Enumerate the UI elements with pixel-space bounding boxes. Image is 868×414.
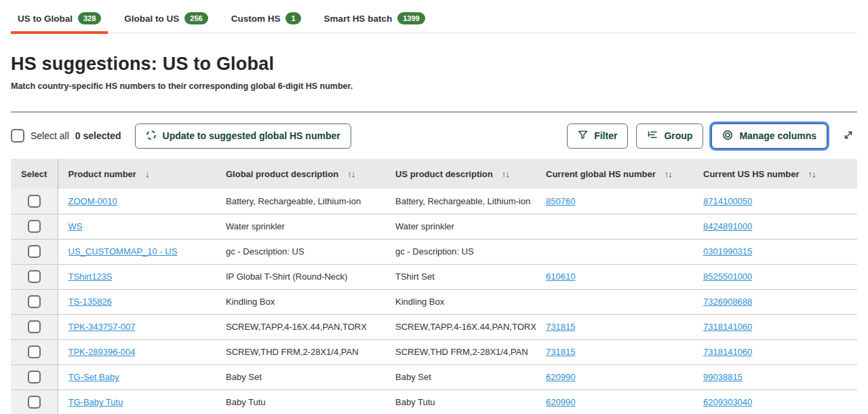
- group-button[interactable]: Group: [636, 124, 703, 149]
- update-global-hs-button[interactable]: Update to suggested global HS number: [135, 124, 351, 149]
- row-checkbox[interactable]: [28, 220, 41, 233]
- product-number-link[interactable]: TS-135826: [68, 297, 112, 307]
- row-checkbox[interactable]: [28, 396, 41, 409]
- tab-global-to-us[interactable]: Global to US 256: [117, 8, 214, 33]
- funnel-icon: [578, 130, 588, 142]
- current-global-hs-link[interactable]: 610610: [546, 271, 575, 282]
- current-us-hs-link[interactable]: 8525501000: [703, 271, 752, 282]
- global-product-description-cell: IP Global T-Shirt (Round-Neck): [216, 264, 385, 289]
- group-button-label: Group: [664, 130, 692, 141]
- manage-columns-label: Manage columns: [739, 130, 816, 141]
- selected-count: 0 selected: [75, 130, 121, 141]
- current-global-hs-link[interactable]: 731815: [546, 347, 575, 357]
- row-checkbox[interactable]: [28, 195, 41, 208]
- row-checkbox[interactable]: [28, 295, 41, 308]
- column-header-select: Select: [11, 159, 58, 189]
- product-number-link[interactable]: TPK-343757-007: [68, 322, 136, 332]
- row-select-cell: [11, 390, 58, 414]
- current-us-hs-link[interactable]: 7326908688: [703, 297, 752, 307]
- column-header-current-us-hs[interactable]: Current US HS number↑↓: [693, 159, 857, 189]
- row-select-cell: [11, 289, 58, 314]
- global-product-description-cell: Water sprinkler: [216, 214, 385, 239]
- current-us-hs-link[interactable]: 8714100050: [703, 196, 752, 206]
- global-product-description-cell: SCREW,THD FRM,2-28X1/4,PAN: [216, 339, 385, 364]
- section-divider: [11, 111, 857, 113]
- us-product-description-cell: Battery, Rechargeable, Lithium-ion: [385, 189, 536, 214]
- sort-both-icon: ↑↓: [808, 169, 816, 179]
- current-global-hs-link[interactable]: 731815: [546, 322, 575, 332]
- page-title: HS suggestions: US to Global: [11, 54, 857, 75]
- us-product-description-cell: Baby Set: [385, 364, 536, 390]
- select-all-checkbox[interactable]: [11, 129, 24, 143]
- table-row: TG-Set Baby Baby Set Baby Set 620990 990…: [11, 364, 857, 390]
- current-us-hs-link[interactable]: 0301990315: [703, 246, 752, 257]
- product-number-link[interactable]: TG-Baby Tutu: [68, 397, 123, 407]
- current-us-hs-link[interactable]: 6209303040: [703, 397, 752, 407]
- us-product-description-cell: gc - Description: US: [385, 239, 536, 264]
- table-body: ZOOM-0010 Battery, Rechargeable, Lithium…: [11, 189, 857, 414]
- product-number-link[interactable]: TShirt123S: [68, 271, 113, 282]
- product-number-link[interactable]: ZOOM-0010: [68, 196, 117, 206]
- global-product-description-cell: gc - Description: US: [216, 239, 385, 264]
- us-product-description-cell: Water sprinkler: [385, 214, 536, 239]
- tab-custom-hs[interactable]: Custom HS 1: [224, 8, 308, 33]
- row-checkbox[interactable]: [28, 345, 41, 358]
- tab-us-to-global[interactable]: US to Global 328: [11, 8, 108, 33]
- global-product-description-cell: SCREW,TAPP,4-16X.44,PAN,TORX: [216, 314, 385, 339]
- table-row: TG-Baby Tutu Baby Tutu Baby Tutu 620990 …: [11, 390, 857, 414]
- visibility-icon: [722, 130, 733, 143]
- table-row: TS-135826 Kindling Box Kindling Box 7326…: [11, 289, 857, 314]
- current-us-hs-link[interactable]: 7318141060: [703, 347, 752, 357]
- table-toolbar: Select all 0 selected Update to suggeste…: [11, 121, 857, 151]
- column-header-us-description[interactable]: US product description↑↓: [385, 159, 536, 189]
- column-header-current-global-hs[interactable]: Current global HS number↑↓: [536, 159, 693, 189]
- global-product-description-cell: Kindling Box: [216, 289, 385, 314]
- tab-label: US to Global: [18, 14, 73, 24]
- column-header-product-number[interactable]: Product number↓: [58, 159, 216, 189]
- table-row: TPK-343757-007 SCREW,TAPP,4-16X.44,PAN,T…: [11, 314, 857, 339]
- tab-count-badge: 1399: [397, 12, 425, 24]
- current-us-hs-link[interactable]: 99038815: [703, 372, 743, 382]
- table-header-row: Select Product number↓ Global product de…: [11, 159, 857, 189]
- tab-bar: US to Global 328 Global to US 256 Custom…: [11, 0, 857, 33]
- us-product-description-cell: Kindling Box: [385, 289, 536, 314]
- current-us-hs-link[interactable]: 8424891000: [703, 221, 752, 231]
- sort-both-icon: ↑↓: [347, 169, 355, 179]
- tab-count-badge: 1: [285, 12, 300, 24]
- filter-button-label: Filter: [594, 130, 617, 141]
- select-all-label: Select all: [31, 130, 69, 141]
- us-product-description-cell: SCREW,TAPP,4-16X.44,PAN,TORX: [385, 314, 536, 339]
- us-product-description-cell: TShirt Set: [385, 264, 536, 289]
- row-select-cell: [11, 214, 58, 239]
- current-global-hs-link[interactable]: 850760: [546, 196, 575, 206]
- table-row: US_CUSTOMMAP_10 - US gc - Description: U…: [11, 239, 857, 264]
- row-select-cell: [11, 264, 58, 289]
- global-product-description-cell: Battery, Rechargeable, Lithium-ion: [216, 189, 385, 214]
- product-number-link[interactable]: US_CUSTOMMAP_10 - US: [68, 246, 178, 257]
- product-number-link[interactable]: TPK-289396-004: [68, 347, 136, 357]
- us-product-description-cell: SCREW,THD FRM,2-28X1/4,PAN: [385, 339, 536, 364]
- current-global-hs-link[interactable]: 620990: [546, 372, 575, 382]
- manage-columns-button[interactable]: Manage columns: [711, 124, 827, 149]
- current-global-hs-link[interactable]: 620990: [546, 397, 575, 407]
- row-checkbox[interactable]: [28, 245, 41, 258]
- row-select-cell: [11, 189, 58, 214]
- table-row: TShirt123S IP Global T-Shirt (Round-Neck…: [11, 264, 857, 289]
- product-number-link[interactable]: WS: [68, 221, 83, 231]
- current-us-hs-link[interactable]: 7318141060: [703, 322, 752, 332]
- sort-desc-icon: ↓: [145, 169, 149, 179]
- product-number-link[interactable]: TG-Set Baby: [68, 372, 119, 382]
- row-checkbox[interactable]: [28, 371, 41, 383]
- column-header-global-description[interactable]: Global product description↑↓: [216, 159, 385, 189]
- sort-both-icon: ↑↓: [502, 169, 509, 179]
- row-select-cell: [11, 339, 58, 364]
- tab-count-badge: 256: [184, 12, 208, 24]
- update-button-label: Update to suggested global HS number: [163, 130, 340, 141]
- filter-button[interactable]: Filter: [567, 124, 628, 149]
- expand-table-button[interactable]: [840, 126, 857, 146]
- tab-smart-hs-batch[interactable]: Smart HS batch 1399: [317, 8, 432, 33]
- table-row: WS Water sprinkler Water sprinkler 84248…: [11, 214, 857, 239]
- us-product-description-cell: Baby Tutu: [385, 390, 536, 414]
- row-checkbox[interactable]: [28, 320, 41, 333]
- row-checkbox[interactable]: [28, 270, 41, 283]
